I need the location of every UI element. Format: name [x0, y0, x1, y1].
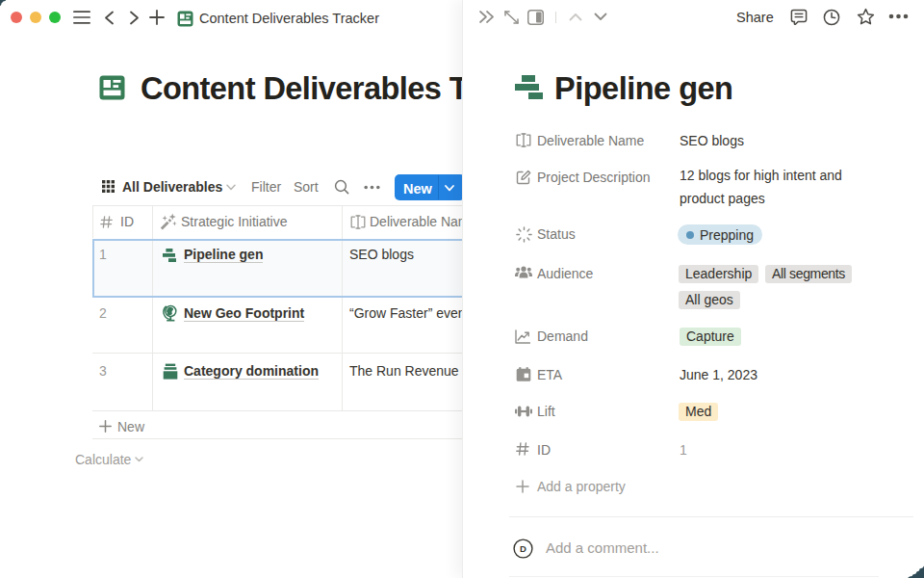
svg-text:D: D [520, 543, 526, 554]
